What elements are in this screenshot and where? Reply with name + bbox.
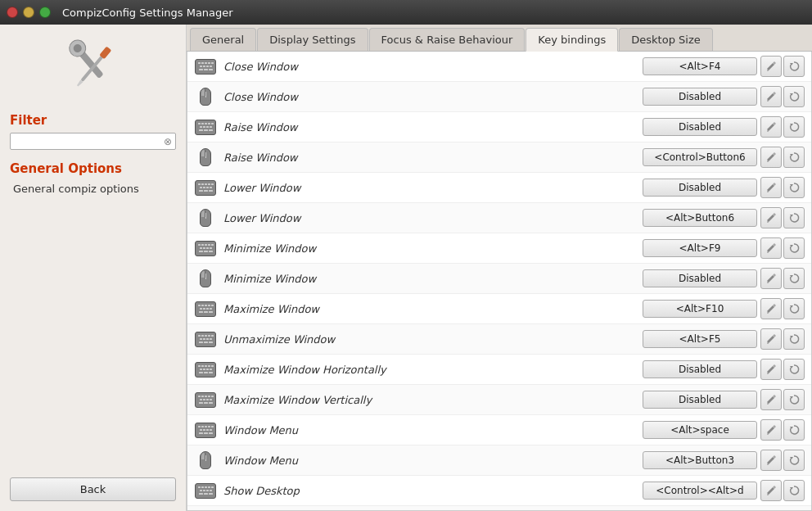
row-binding-wrap: <Alt>F10 (643, 300, 757, 318)
edit-binding-button[interactable] (760, 116, 782, 138)
app-logo-icon (61, 34, 126, 100)
binding-button[interactable]: Disabled (643, 391, 757, 409)
reset-binding-button[interactable] (783, 419, 805, 441)
keyboard-icon (194, 418, 217, 441)
edit-binding-button[interactable] (760, 389, 782, 410)
reset-binding-button[interactable] (783, 268, 805, 289)
reset-binding-button[interactable] (783, 86, 805, 107)
binding-button[interactable]: <Alt>F4 (643, 57, 757, 75)
edit-binding-button[interactable] (760, 359, 782, 380)
row-label: Lower Window (223, 182, 643, 194)
edit-binding-button[interactable] (760, 419, 782, 441)
general-options-heading: General Options (10, 161, 176, 176)
maximize-window-button[interactable] (39, 7, 51, 18)
reset-binding-button[interactable] (783, 237, 805, 259)
minimize-window-button[interactable] (23, 7, 34, 18)
row-binding-wrap: Disabled (643, 118, 757, 136)
reset-binding-button[interactable] (783, 389, 805, 410)
titlebar: CompizConfig Settings Manager (0, 0, 812, 25)
row-label: Close Window (223, 91, 643, 103)
edit-binding-button[interactable] (760, 86, 782, 107)
tab-focus[interactable]: Focus & Raise Behaviour (369, 28, 526, 51)
binding-button[interactable]: <Alt>Button6 (643, 209, 757, 227)
reset-binding-button[interactable] (783, 359, 805, 380)
table-row: Maximize Window HorizontallyDisabled (187, 355, 811, 385)
edit-binding-button[interactable] (760, 450, 782, 471)
row-binding-wrap: <Alt>F5 (643, 330, 757, 348)
binding-button[interactable]: Disabled (643, 88, 757, 106)
edit-binding-button[interactable] (760, 147, 782, 168)
binding-button[interactable]: <Control>Button6 (643, 148, 757, 166)
binding-button[interactable]: <Alt>F10 (643, 300, 757, 318)
close-window-button[interactable] (7, 7, 18, 18)
reset-binding-button[interactable] (783, 480, 805, 501)
binding-button[interactable]: <Alt>space (643, 421, 757, 439)
row-actions (760, 207, 805, 228)
row-actions (760, 298, 805, 319)
table-row: Lower Window<Alt>Button6 (187, 203, 811, 233)
sidebar-logo (10, 34, 176, 100)
filter-clear-icon[interactable]: ⊗ (164, 136, 172, 147)
window-title: CompizConfig Settings Manager (62, 7, 233, 19)
edit-binding-button[interactable] (760, 177, 782, 198)
edit-binding-button[interactable] (760, 298, 782, 319)
reset-binding-button[interactable] (783, 328, 805, 350)
binding-button[interactable]: <Alt>Button3 (643, 451, 757, 469)
row-actions (760, 450, 805, 471)
table-row: Raise WindowDisabled (187, 112, 811, 142)
reset-binding-button[interactable] (783, 450, 805, 471)
reset-binding-button[interactable] (783, 116, 805, 138)
tab-display[interactable]: Display Settings (257, 28, 368, 51)
binding-button[interactable]: Disabled (643, 269, 757, 287)
reset-binding-button[interactable] (783, 147, 805, 168)
reset-binding-button[interactable] (783, 207, 805, 228)
row-label: Maximize Window Vertically (223, 394, 643, 406)
binding-button[interactable]: <Alt>F9 (643, 239, 757, 257)
reset-binding-button[interactable] (783, 56, 805, 77)
binding-button[interactable]: Disabled (643, 179, 757, 197)
row-binding-wrap: Disabled (643, 179, 757, 197)
table-row: Lower WindowDisabled (187, 173, 811, 203)
row-label: Maximize Window (223, 303, 643, 315)
table-row: Close Window<Alt>F4 (187, 52, 811, 82)
edit-binding-button[interactable] (760, 480, 782, 501)
row-actions (760, 359, 805, 380)
binding-button[interactable]: <Alt>F5 (643, 330, 757, 348)
tab-general[interactable]: General (190, 28, 256, 51)
row-label: Window Menu (223, 454, 643, 467)
row-actions (760, 480, 805, 501)
row-binding-wrap: <Alt>Button6 (643, 209, 757, 227)
row-actions (760, 177, 805, 198)
table-row: Show Desktop<Control><Alt>d (187, 476, 811, 506)
filter-input[interactable] (14, 135, 164, 147)
back-button[interactable]: Back (10, 477, 176, 501)
edit-binding-button[interactable] (760, 237, 782, 259)
edit-binding-button[interactable] (760, 328, 782, 350)
filter-input-wrap: ⊗ (10, 133, 176, 150)
binding-button[interactable]: Disabled (643, 360, 757, 378)
row-label: Raise Window (223, 151, 643, 164)
mouse-icon (194, 449, 217, 472)
row-binding-wrap: <Alt>F9 (643, 239, 757, 257)
binding-button[interactable]: <Control><Alt>d (643, 482, 757, 500)
row-label: Unmaximize Window (223, 333, 643, 346)
binding-button[interactable]: Disabled (643, 118, 757, 136)
keyboard-icon (194, 115, 217, 138)
row-label: Close Window (223, 61, 643, 73)
sidebar-spacer (10, 197, 176, 477)
tab-desktop[interactable]: Desktop Size (619, 28, 712, 51)
general-options-link[interactable]: General compiz options (10, 181, 176, 197)
keyboard-icon (194, 176, 217, 199)
edit-binding-button[interactable] (760, 268, 782, 289)
table-row: Maximize Window VerticallyDisabled (187, 385, 811, 415)
table-row: Window Menu<Alt>space (187, 415, 811, 445)
reset-binding-button[interactable] (783, 177, 805, 198)
reset-binding-button[interactable] (783, 298, 805, 319)
keyboard-icon (194, 55, 217, 78)
edit-binding-button[interactable] (760, 207, 782, 228)
tab-keybindings[interactable]: Key bindings (526, 28, 618, 52)
row-binding-wrap: <Alt>F4 (643, 57, 757, 75)
edit-binding-button[interactable] (760, 56, 782, 77)
row-label: Minimize Window (223, 273, 643, 285)
row-actions (760, 419, 805, 441)
